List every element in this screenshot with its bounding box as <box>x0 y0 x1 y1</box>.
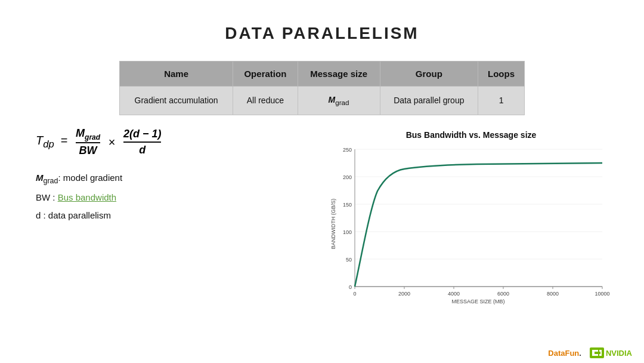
nvidia-text: NVIDIA <box>606 349 632 358</box>
chart-container: Bus Bandwidth vs. Message size BANDWIDTH… <box>310 130 644 304</box>
table-container: Name Operation Message size Group Loops … <box>119 61 525 115</box>
y-tick-200: 200 <box>343 174 352 180</box>
bandwidth-curve <box>355 163 602 287</box>
grad-subscript: grad <box>335 99 349 106</box>
datafun-dot: . <box>579 349 581 358</box>
y-tick-100: 100 <box>343 229 352 235</box>
formula-fraction-1: Mgrad BW <box>76 127 100 158</box>
legend-block: Mgrad: model gradient BW : Bus bandwidth… <box>36 169 310 224</box>
x-tick-4000: 4000 <box>448 291 460 297</box>
col-name: Name <box>120 61 233 87</box>
bottom-section: Tdp = Mgrad BW × 2(d − 1) d Mgrad: model… <box>0 127 644 304</box>
x-tick-0: 0 <box>353 291 356 297</box>
m-grad-symbol: M <box>329 95 336 104</box>
y-tick-150: 150 <box>343 202 352 208</box>
nvidia-logo: NVIDIA <box>590 347 632 358</box>
legend-grad-sub: grad <box>44 177 58 185</box>
cell-loops: 1 <box>478 87 525 115</box>
formula-display: Tdp = Mgrad BW × 2(d − 1) d <box>36 127 310 158</box>
svg-rect-14 <box>590 347 604 358</box>
y-tick-250: 250 <box>343 147 352 153</box>
cell-name: Gradient accumulation <box>120 87 233 115</box>
legend-m-grad: Mgrad: model gradient <box>36 169 310 189</box>
table-row: Gradient accumulation All reduce Mgrad D… <box>120 87 525 115</box>
x-tick-8000: 8000 <box>547 291 559 297</box>
col-group: Group <box>380 61 478 87</box>
bus-bandwidth-link[interactable]: Bus bandwidth <box>58 192 116 202</box>
datafun-text: DataFun <box>548 349 579 358</box>
m-symbol: M <box>36 173 44 183</box>
cell-group: Data parallel group <box>380 87 478 115</box>
formula-numerator: Mgrad <box>76 127 100 144</box>
x-tick-10000: 10000 <box>595 291 609 297</box>
formula-times: × <box>105 136 119 149</box>
chart-area: BANDWIDTH (GB/S) 250 200 150 100 <box>328 143 614 304</box>
cell-message-size: Mgrad <box>298 87 380 115</box>
cell-operation: All reduce <box>233 87 298 115</box>
footer-logos: DataFun. NVIDIA <box>548 347 632 358</box>
chart-svg: BANDWIDTH (GB/S) 250 200 150 100 <box>328 143 614 304</box>
bw-label: BW : <box>36 192 58 202</box>
col-message-size: Message size <box>298 61 380 87</box>
formula-denominator-2: d <box>139 143 145 156</box>
y-tick-0: 0 <box>349 284 352 290</box>
nvidia-eye-icon <box>590 347 604 358</box>
y-axis-label: BANDWIDTH (GB/S) <box>330 199 336 250</box>
formula-denominator: BW <box>79 143 97 157</box>
x-tick-6000: 6000 <box>497 291 509 297</box>
x-axis-label: MESSAGE SIZE (MB) <box>451 299 504 304</box>
y-tick-50: 50 <box>346 257 352 263</box>
col-operation: Operation <box>233 61 298 87</box>
datafun-logo: DataFun. <box>548 349 581 358</box>
page-title: DATA PARALLELISM <box>0 0 644 43</box>
col-loops: Loops <box>478 61 525 87</box>
formula-numerator-2: 2(d − 1) <box>123 128 162 143</box>
legend-d: d : data parallelism <box>36 207 310 224</box>
formula-lhs: Tdp = <box>36 134 71 150</box>
chart-title: Bus Bandwidth vs. Message size <box>406 130 537 140</box>
formula-fraction-2: 2(d − 1) d <box>123 128 162 156</box>
left-content: Tdp = Mgrad BW × 2(d − 1) d Mgrad: model… <box>36 127 310 304</box>
legend-bw: BW : Bus bandwidth <box>36 189 310 207</box>
table-header-row: Name Operation Message size Group Loops <box>120 61 525 87</box>
legend-m-desc: : model gradient <box>58 173 123 183</box>
x-tick-2000: 2000 <box>398 291 410 297</box>
data-table: Name Operation Message size Group Loops … <box>119 61 525 115</box>
